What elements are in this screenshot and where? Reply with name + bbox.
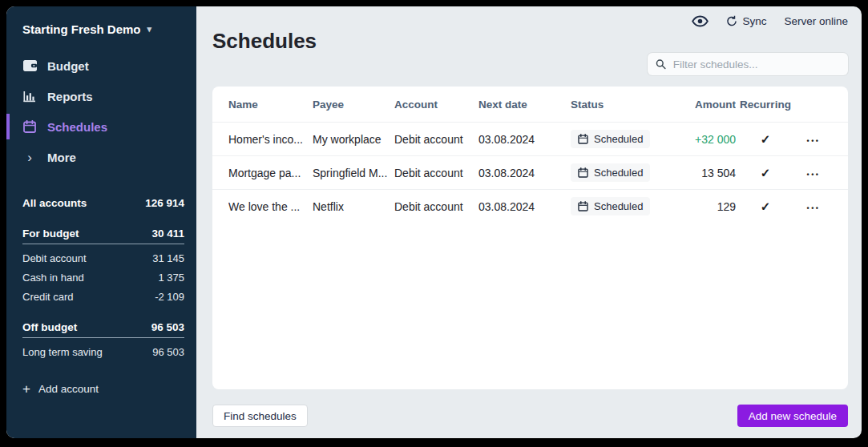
status-label: Scheduled [594,133,643,145]
status-label: Scheduled [594,167,643,179]
calendar-icon [578,201,588,211]
find-schedules-button[interactable]: Find schedules [212,405,308,427]
eye-icon [692,15,709,27]
table-header: Name Payee Account Next date Status Amou… [212,87,848,122]
schedule-row[interactable]: Homer's inco... My workplace Debit accou… [212,122,848,155]
schedule-payee: Netflix [313,200,394,213]
account-balance: 126 914 [145,197,184,209]
sidebar-item-label: Reports [47,90,93,103]
column-header-status: Status [571,99,675,111]
account-label: Debit account [22,252,87,264]
schedule-amount: 129 [675,200,736,213]
sidebar-item-schedules[interactable]: Schedules [6,111,196,142]
account-group-off-budget[interactable]: Off budget 96 503 [22,317,184,338]
calendar-icon [578,134,588,144]
recurring-check-icon: ✓ [761,199,771,213]
account-label: For budget [22,228,79,240]
app-window: Starting Fresh Demo ▾ Budget Reports Sch… [6,6,862,438]
page-title: Schedules [212,29,317,54]
chevron-right-icon: › [22,151,37,164]
table-body: Homer's inco... My workplace Debit accou… [212,122,848,223]
main-content: Sync Server online Schedules Name Payee … [196,6,862,438]
column-header-next-date: Next date [478,99,571,111]
sidebar-item-reports[interactable]: Reports [6,81,196,111]
schedule-row[interactable]: Mortgage pa... Springfield M... Debit ac… [212,155,848,189]
topbar: Sync Server online [692,10,848,31]
recurring-check-icon: ✓ [761,132,771,146]
account-label: All accounts [22,197,87,209]
column-header-account: Account [394,99,478,111]
account-row[interactable]: Credit card -2 109 [22,287,184,306]
account-balance: 96 503 [152,346,184,358]
column-header-amount: Amount [675,99,736,111]
row-menu-button[interactable]: ••• [807,171,821,179]
schedule-payee: Springfield M... [313,167,394,179]
schedule-next-date: 03.08.2024 [478,133,571,146]
account-row[interactable]: Cash in hand 1 375 [22,268,184,287]
sync-icon [726,15,737,27]
add-new-schedule-button[interactable]: Add new schedule [737,405,848,427]
account-balance: 30 411 [151,228,184,240]
status-badge: Scheduled [571,130,650,148]
reports-icon [22,91,37,103]
sidebar-item-label: More [47,151,76,164]
schedule-name: Homer's inco... [228,133,313,146]
sidebar: Starting Fresh Demo ▾ Budget Reports Sch… [6,6,196,438]
schedule-amount: 13 504 [675,167,736,179]
schedule-name: Mortgage pa... [228,167,313,179]
sidebar-nav: Budget Reports Schedules › More [6,50,196,172]
account-balance: -2 109 [155,291,184,303]
column-header-recurring: Recurring [736,99,795,111]
calendar-icon [22,120,37,133]
schedule-account: Debit account [394,133,478,146]
privacy-eye-button[interactable] [692,15,709,27]
sync-button[interactable]: Sync [726,15,766,27]
row-menu-button[interactable]: ••• [807,137,821,145]
account-group-for-budget[interactable]: For budget 30 411 [22,224,184,244]
sync-label: Sync [742,15,766,27]
schedules-table: Name Payee Account Next date Status Amou… [212,87,848,389]
sidebar-item-budget[interactable]: Budget [6,50,196,81]
calendar-icon [578,167,588,178]
sidebar-item-label: Budget [47,59,89,73]
search-icon [656,58,666,70]
schedule-amount: +32 000 [675,133,736,146]
row-menu-button[interactable]: ••• [807,204,821,212]
account-row[interactable]: Long term saving 96 503 [22,342,184,361]
status-badge: Scheduled [571,197,650,215]
account-label: Cash in hand [22,272,84,284]
schedule-row[interactable]: We love the ... Netflix Debit account 03… [212,189,848,223]
schedule-account: Debit account [394,200,478,213]
budget-file-menu[interactable]: Starting Fresh Demo ▾ [6,20,196,38]
account-balance: 31 145 [152,252,184,264]
wallet-icon [22,60,37,71]
schedule-next-date: 03.08.2024 [478,200,571,213]
account-label: Long term saving [22,346,103,358]
status-label: Scheduled [594,200,643,212]
account-balance: 1 375 [158,272,184,284]
chevron-down-icon: ▾ [147,24,152,34]
schedule-payee: My workplace [313,133,394,146]
budget-file-name: Starting Fresh Demo [22,22,141,36]
filter-schedules-input[interactable] [672,58,840,71]
column-header-name: Name [228,99,313,111]
plus-icon: + [22,382,30,396]
account-balance: 96 503 [151,321,184,333]
sidebar-item-more[interactable]: › More [6,142,196,172]
filter-box [648,53,848,75]
account-label: Credit card [22,291,74,303]
add-account-button[interactable]: + Add account [22,382,184,396]
account-label: Off budget [22,321,77,333]
sidebar-item-label: Schedules [47,120,107,134]
recurring-check-icon: ✓ [761,166,771,179]
account-row[interactable]: Debit account 31 145 [22,248,184,268]
schedule-next-date: 03.08.2024 [478,167,571,179]
schedule-account: Debit account [394,167,478,179]
status-badge: Scheduled [571,163,650,182]
account-row-all-accounts[interactable]: All accounts 126 914 [22,193,184,212]
add-account-label: Add account [38,383,99,395]
accounts-list: All accounts 126 914 For budget 30 411 D… [6,193,196,361]
column-header-payee: Payee [313,99,394,111]
server-status[interactable]: Server online [784,15,848,27]
schedule-name: We love the ... [228,200,313,213]
